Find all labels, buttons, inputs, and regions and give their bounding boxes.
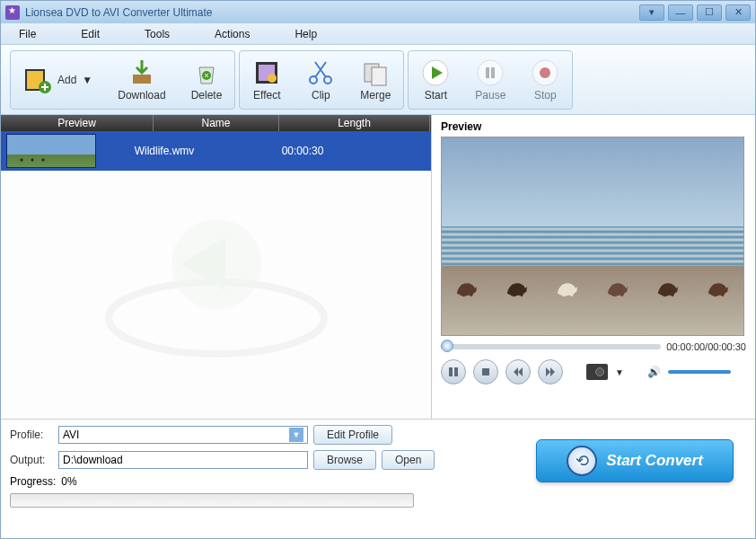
col-preview[interactable]: Preview [1, 115, 154, 131]
pin-button[interactable]: ▾ [639, 4, 664, 21]
time-display: 00:00:00/00:00:30 [666, 341, 746, 352]
film-add-icon [23, 66, 52, 94]
close-button[interactable]: ✕ [725, 4, 751, 21]
file-list-pane: Preview Name Length Wildlife.wmv 00:00:3… [1, 115, 432, 419]
snapshot-button[interactable] [586, 364, 608, 380]
player-pause-button[interactable] [441, 359, 466, 384]
toolbar: Add ▼ Download Delete Effect Clip Merge … [1, 45, 755, 115]
start-convert-button[interactable]: ⟲ Start Convert [536, 439, 734, 482]
list-item[interactable]: Wildlife.wmv 00:00:30 [1, 131, 431, 171]
delete-button[interactable]: Delete [179, 51, 235, 109]
svg-rect-20 [449, 367, 453, 376]
watermark-icon [100, 192, 333, 372]
merge-icon [361, 58, 390, 87]
browse-button[interactable]: Browse [313, 450, 376, 470]
merge-button[interactable]: Merge [347, 51, 403, 109]
seek-slider[interactable] [441, 344, 661, 349]
preview-video[interactable] [441, 137, 744, 336]
content-area: Preview Name Length Wildlife.wmv 00:00:3… [1, 115, 755, 419]
item-length: 00:00:30 [227, 145, 378, 157]
merge-label: Merge [360, 89, 391, 102]
open-button[interactable]: Open [382, 450, 435, 470]
scissors-icon [306, 58, 335, 87]
menu-file[interactable]: File [19, 28, 36, 40]
title-bar: Lionsea DVD to AVI Converter Ultimate ▾ … [1, 1, 755, 23]
effect-label: Effect [253, 89, 280, 102]
effect-button[interactable]: Effect [240, 51, 294, 109]
minimize-button[interactable]: — [668, 4, 693, 21]
svg-rect-3 [133, 75, 151, 84]
convert-icon: ⟲ [567, 446, 597, 476]
progress-bar [10, 493, 414, 508]
player-stop-button[interactable] [473, 359, 498, 384]
maximize-button[interactable]: ☐ [697, 4, 722, 21]
start-button[interactable]: Start [409, 51, 462, 109]
output-label: Output: [10, 454, 53, 466]
bottom-panel: Profile: AVI ▼ Edit Profile Output: Brow… [1, 419, 755, 539]
volume-icon[interactable]: 🔊 [647, 366, 661, 378]
stop-button[interactable]: Stop [518, 51, 572, 109]
col-name[interactable]: Name [154, 115, 279, 131]
menu-actions[interactable]: Actions [215, 28, 250, 40]
recycle-icon [192, 58, 221, 87]
svg-rect-15 [491, 67, 495, 78]
player-rewind-button[interactable] [505, 359, 531, 384]
download-label: Download [118, 89, 165, 102]
edit-profile-button[interactable]: Edit Profile [313, 425, 392, 445]
pause-button[interactable]: Pause [462, 51, 518, 109]
list-background [1, 171, 431, 419]
window-title: Lionsea DVD to AVI Converter Ultimate [25, 6, 639, 19]
progress-value: 0% [61, 475, 76, 488]
col-length[interactable]: Length [279, 115, 430, 131]
thumbnail [6, 134, 96, 168]
output-path-input[interactable] [58, 451, 308, 469]
start-convert-label: Start Convert [606, 452, 703, 470]
progress-label: Progress: [10, 475, 56, 488]
volume-slider[interactable] [668, 370, 731, 374]
download-button[interactable]: Download [105, 51, 178, 109]
profile-label: Profile: [10, 429, 53, 441]
add-button[interactable]: Add ▼ [11, 51, 105, 109]
menu-help[interactable]: Help [294, 28, 317, 40]
start-label: Start [425, 89, 447, 102]
chevron-down-icon: ▼ [289, 428, 303, 442]
download-icon [127, 58, 156, 87]
preview-pane: Preview 00:00:00/00:00:30 ▼ [432, 115, 755, 419]
item-name: Wildlife.wmv [101, 145, 227, 157]
svg-point-17 [540, 67, 550, 78]
player-forward-button[interactable] [538, 359, 563, 384]
menu-bar: File Edit Tools Actions Help [1, 23, 755, 45]
svg-rect-22 [482, 368, 489, 376]
menu-edit[interactable]: Edit [81, 28, 100, 40]
clip-button[interactable]: Clip [294, 51, 347, 109]
stop-icon [531, 58, 559, 87]
pause-icon [476, 58, 505, 87]
preview-label: Preview [441, 120, 746, 133]
pause-label: Pause [475, 89, 505, 102]
delete-label: Delete [191, 89, 223, 102]
effect-icon [252, 58, 281, 87]
profile-combo[interactable]: AVI ▼ [58, 426, 308, 444]
clip-label: Clip [312, 89, 330, 102]
svg-point-7 [268, 74, 277, 83]
add-label: Add [57, 74, 76, 86]
profile-value: AVI [63, 429, 79, 441]
list-header: Preview Name Length [1, 115, 431, 131]
play-icon [421, 58, 450, 87]
app-logo-icon [5, 5, 20, 20]
svg-rect-14 [486, 67, 489, 78]
svg-rect-11 [372, 67, 386, 85]
menu-tools[interactable]: Tools [145, 28, 170, 40]
snapshot-dropdown[interactable]: ▼ [615, 367, 624, 377]
dropdown-icon: ▼ [82, 74, 92, 86]
stop-label: Stop [534, 89, 557, 102]
svg-rect-21 [454, 367, 458, 376]
svg-point-13 [478, 60, 503, 85]
